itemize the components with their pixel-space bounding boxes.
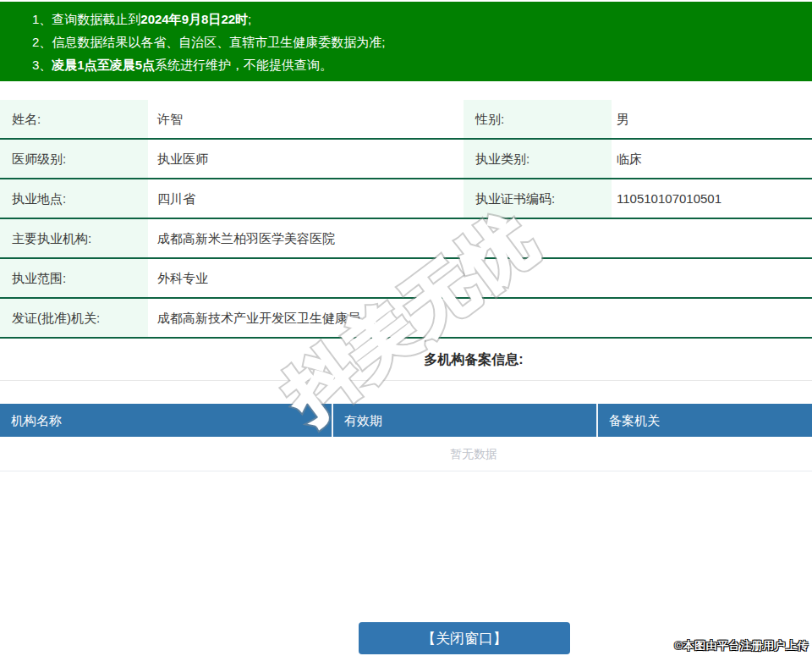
- notice-banner: 1、查询数据截止到2024年9月8日22时; 2、信息数据结果以各省、自治区、直…: [0, 2, 812, 81]
- cert-no-value: 110510107010501: [612, 179, 812, 218]
- table-row-level-category: 医师级别: 执业医师 执业类别: 临床: [0, 140, 812, 179]
- name-label: 姓名:: [0, 100, 148, 138]
- name-value: 许智: [148, 100, 464, 138]
- close-window-button[interactable]: 【关闭窗口】: [359, 622, 570, 654]
- cert-no-label: 执业证书编码:: [464, 179, 612, 218]
- filing-section-title: 多机构备案信息:: [0, 339, 812, 381]
- issuing-authority-label: 发证(批准)机关:: [0, 299, 148, 337]
- level-label: 医师级别:: [0, 140, 148, 178]
- notice-line-1: 1、查询数据截止到2024年9月8日22时;: [32, 8, 804, 30]
- level-value: 执业医师: [148, 140, 464, 178]
- table-row-main-institution: 主要执业机构: 成都高新米兰柏羽医学美容医院: [0, 219, 812, 259]
- category-label: 执业类别:: [464, 140, 612, 178]
- practice-scope-value: 外科专业: [148, 259, 812, 297]
- column-header-filing-authority: 备案机关: [596, 404, 812, 437]
- column-header-institution-name: 机构名称: [0, 404, 332, 437]
- practice-scope-label: 执业范围:: [0, 259, 148, 297]
- table-row-location-certno: 执业地点: 四川省 执业证书编码: 110510107010501: [0, 179, 812, 219]
- table-row-name-gender: 姓名: 许智 性别: 男: [0, 100, 812, 140]
- table-row-issuing-authority: 发证(批准)机关: 成都高新技术产业开发区卫生健康局: [0, 299, 812, 339]
- location-value: 四川省: [148, 179, 464, 218]
- notice-line-2: 2、信息数据结果以各省、自治区、直辖市卫生健康委数据为准;: [32, 30, 804, 53]
- gender-value: 男: [612, 100, 812, 138]
- filing-section: 多机构备案信息: 机构名称 有效期 备案机关 暂无数据: [0, 339, 812, 471]
- column-header-validity-period: 有效期: [332, 404, 596, 437]
- no-data-text: 暂无数据: [450, 447, 497, 460]
- notice-line-3: 3、凌晨1点至凌晨5点系统进行维护，不能提供查询。: [32, 53, 804, 76]
- gender-label: 性别:: [464, 100, 612, 138]
- issuing-authority-value: 成都高新技术产业开发区卫生健康局: [148, 299, 812, 337]
- main-institution-value: 成都高新米兰柏羽医学美容医院: [148, 219, 812, 257]
- filing-table-empty-row: 暂无数据: [0, 437, 812, 471]
- upload-credit-text: ©本图由平台注册用户上传: [674, 638, 809, 653]
- table-row-practice-scope: 执业范围: 外科专业: [0, 259, 812, 299]
- location-label: 执业地点:: [0, 179, 148, 218]
- practitioner-info-table: 姓名: 许智 性别: 男 医师级别: 执业医师 执业类别: 临床 执业地点: 四…: [0, 100, 812, 339]
- filing-table-header-row: 机构名称 有效期 备案机关: [0, 404, 812, 437]
- category-value: 临床: [612, 140, 812, 178]
- main-institution-label: 主要执业机构:: [0, 219, 148, 257]
